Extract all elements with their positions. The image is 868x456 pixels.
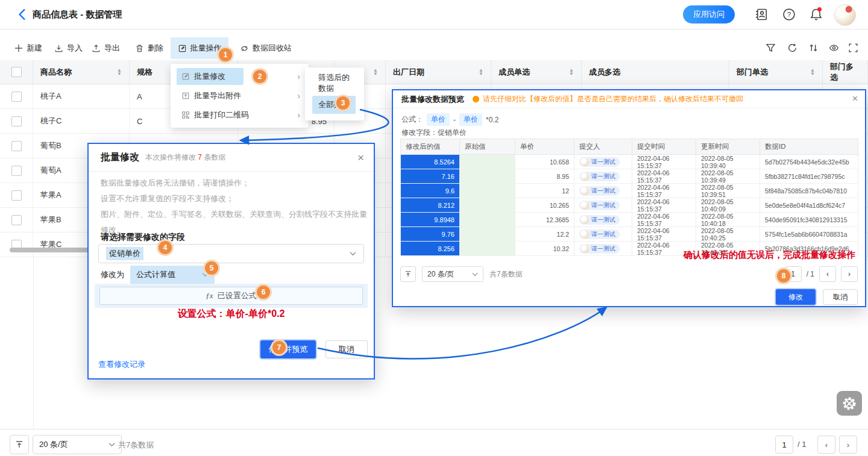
- fullscreen-icon[interactable]: [848, 43, 858, 53]
- pv-submit-time: 2022-04-06 15:15:37: [632, 184, 696, 198]
- prev-page-button[interactable]: ‹: [817, 436, 835, 454]
- sort-icon[interactable]: ▲▼: [569, 69, 574, 76]
- modify-button[interactable]: 修改: [776, 289, 816, 305]
- col-header-date[interactable]: 出厂日期▲▼: [386, 60, 491, 84]
- user-chip[interactable]: 谭一测试: [579, 157, 620, 167]
- chevron-left-icon: ‹: [826, 270, 829, 278]
- user-chip[interactable]: 谭一测试: [579, 201, 620, 210]
- pv-price: 10.658: [515, 155, 574, 169]
- pv-new-value: 9.76: [401, 227, 460, 242]
- sort-icon[interactable]: ▲▼: [810, 69, 815, 76]
- col-header-product[interactable]: 商品名称▲▼: [33, 60, 130, 84]
- sort-icon[interactable]: ▲▼: [373, 69, 378, 76]
- step-badge-4: 4: [159, 241, 172, 254]
- preview-page-size-select[interactable]: 20 条/页: [422, 266, 483, 282]
- cancel-button[interactable]: 取消: [326, 340, 368, 358]
- row-checkbox[interactable]: [11, 166, 22, 176]
- app-access-button[interactable]: 应用访问: [683, 5, 735, 23]
- settings-fab[interactable]: [837, 391, 862, 416]
- pv-submitter: 谭一测试: [574, 169, 632, 184]
- close-icon[interactable]: ×: [357, 151, 364, 164]
- fx-icon: ƒx: [206, 291, 213, 301]
- cancel-button[interactable]: 取消: [823, 289, 858, 305]
- preview-prev-page-button[interactable]: ‹: [819, 266, 836, 282]
- pv-original: [460, 242, 515, 256]
- select-all-checkbox[interactable]: [11, 67, 22, 77]
- sort-icon[interactable]: ▲▼: [117, 69, 122, 76]
- pv-submitter: 谭一测试: [574, 184, 632, 198]
- export-button[interactable]: 导出: [92, 36, 120, 60]
- preview-title: 批量修改数据预览: [401, 94, 464, 105]
- user-chip[interactable]: 谭一测试: [579, 172, 620, 181]
- import-button[interactable]: 导入: [54, 36, 83, 60]
- recycle-bin-button[interactable]: 数据回收站: [240, 36, 292, 60]
- pv-price: 8.95: [515, 169, 574, 184]
- user-chip[interactable]: 谭一测试: [579, 215, 620, 225]
- chevron-right-icon: ›: [297, 91, 300, 101]
- export-icon: [92, 44, 101, 53]
- col-header-dept-multi[interactable]: 部门多选: [823, 60, 868, 84]
- visibility-icon[interactable]: [829, 43, 839, 53]
- back-icon[interactable]: [17, 8, 28, 20]
- formula-band: ƒx 已设置公式: [95, 284, 368, 308]
- pv-new-value: 8.256: [401, 242, 460, 256]
- page-size-select[interactable]: 20 条/页: [33, 435, 122, 454]
- menu-item-batch-modify[interactable]: 批量修改 ›: [171, 67, 309, 86]
- chevron-down-icon: [108, 442, 115, 447]
- sort-icon[interactable]: [808, 43, 819, 53]
- row-checkbox[interactable]: [11, 215, 22, 225]
- pv-col-submitter: 提交人: [574, 139, 632, 155]
- user-avatar[interactable]: [834, 4, 856, 26]
- pv-col-update-time: 更新时间: [696, 139, 760, 155]
- next-page-button[interactable]: ›: [839, 436, 857, 454]
- table-toolbar: 新建 导入 导出 删除 批量操作 数据回收站: [0, 36, 868, 60]
- submenu-item-filtered-data[interactable]: 筛选后的数据: [305, 72, 364, 94]
- pv-data-id: 5e0de5e8e04f4a1d8cf624c7: [760, 198, 858, 213]
- new-button[interactable]: 新建: [14, 36, 42, 60]
- pv-data-id: 5d7b02754b4434e5dc32e45b: [760, 155, 858, 169]
- chevron-right-icon: ›: [297, 72, 300, 81]
- help-icon[interactable]: ?: [782, 8, 796, 21]
- chevron-right-icon: ›: [297, 110, 300, 120]
- sort-icon[interactable]: ▲▼: [479, 69, 483, 76]
- formula-set-button[interactable]: ƒx 已设置公式: [99, 287, 363, 305]
- pv-update-time: 2022-08-05 10:39:49: [696, 169, 760, 184]
- row-checkbox[interactable]: [11, 190, 22, 201]
- gear-wrench-icon: [841, 396, 857, 411]
- menu-item-export-attachments[interactable]: 批量导出附件 ›: [171, 86, 309, 105]
- pv-new-value: 9.8948: [401, 213, 460, 227]
- row-height-button[interactable]: [400, 266, 416, 282]
- refresh-icon[interactable]: [787, 43, 797, 53]
- user-chip[interactable]: 谭一测试: [579, 230, 620, 239]
- field-select-label: 请选择需要修改的字段: [101, 232, 185, 243]
- submenu-item-all-data[interactable]: 全部数据: [305, 94, 364, 116]
- modify-history-link[interactable]: 查看修改记录: [98, 359, 145, 370]
- row-checkbox[interactable]: [11, 116, 22, 126]
- row-checkbox[interactable]: [11, 141, 22, 151]
- close-icon[interactable]: ×: [852, 93, 858, 104]
- modify-as-select[interactable]: 公式计算值: [130, 266, 215, 284]
- pv-update-time: 2022-08-05 10:40:09: [696, 198, 760, 213]
- step-badge-1: 1: [219, 48, 232, 61]
- delete-button[interactable]: 删除: [135, 36, 163, 60]
- filter-icon[interactable]: [766, 43, 776, 53]
- table-row-cell: [0, 109, 33, 134]
- user-chip[interactable]: 谭一测试: [579, 244, 620, 254]
- row-checkbox[interactable]: [11, 92, 22, 102]
- avatar: [580, 201, 589, 210]
- col-header-member-multi[interactable]: 成员多选: [582, 60, 729, 84]
- trash-icon: [135, 44, 144, 53]
- menu-item-print-qrcode[interactable]: 批量打印二维码 ›: [171, 105, 309, 125]
- pv-price: 12.3685: [515, 213, 574, 227]
- preview-next-page-button[interactable]: ›: [841, 266, 858, 282]
- modify-and-preview-button[interactable]: 修改并预览: [260, 340, 316, 358]
- col-header-member-single[interactable]: 成员单选▲▼: [491, 60, 582, 84]
- page-input[interactable]: 1: [775, 436, 793, 454]
- pv-new-value: 8.5264: [401, 155, 460, 169]
- col-header-dept-single[interactable]: 部门单选▲▼: [729, 60, 823, 84]
- field-select[interactable]: 促销单价: [98, 244, 364, 263]
- address-book-icon[interactable]: [755, 8, 768, 21]
- import-icon: [54, 44, 63, 53]
- row-height-button[interactable]: [10, 435, 29, 454]
- user-chip[interactable]: 谭一测试: [579, 186, 620, 196]
